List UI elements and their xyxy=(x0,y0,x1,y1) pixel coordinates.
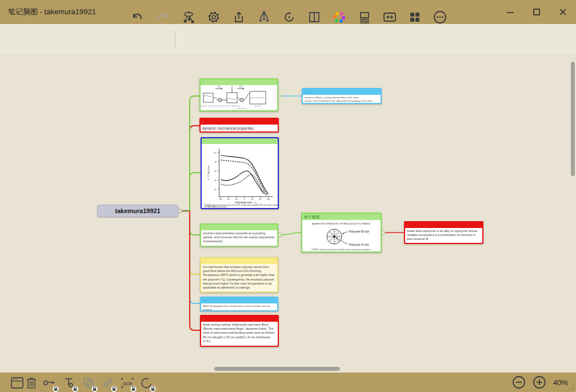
node-header: - xyxy=(201,258,277,264)
node-header: - xyxy=(202,138,278,144)
layers-icon xyxy=(357,10,372,25)
node-emulsion[interactable]: - emulsion polymerization proceeds as a … xyxy=(200,223,278,247)
window-title: 笔记脑图 - takemura19921 xyxy=(8,7,96,17)
lock-badge-icon xyxy=(72,386,78,392)
node-header: - xyxy=(201,316,278,322)
undo-icon xyxy=(130,10,145,25)
lock-badge-icon xyxy=(53,386,59,392)
reactor-arrow1-label: F1 xyxy=(218,86,220,88)
copy-lock-button[interactable] xyxy=(81,375,96,390)
dma-xtick-7: 120 xyxy=(267,198,270,201)
history-button[interactable] xyxy=(281,9,298,26)
palette-icon xyxy=(331,9,347,25)
node-header: ... xyxy=(303,89,381,95)
vertical-scrollbar-thumb[interactable] xyxy=(571,62,575,176)
particle-figure: ADHESIVE STRENGTH OF EMULSION POLYMERS P… xyxy=(302,220,381,251)
root-node-label: takemura19921 xyxy=(115,207,161,214)
dma-ytick-4: 10⁷ xyxy=(214,179,217,182)
ocr-lock-button[interactable]: OCR xyxy=(120,375,135,390)
node-reactor-diagram[interactable]: - F1 F2 xyxy=(199,78,278,111)
lock-badge-icon xyxy=(111,386,117,392)
trash-button[interactable] xyxy=(24,375,39,390)
reactor-label-5: REACTOR xyxy=(254,105,261,107)
node-particle-model[interactable]: 粒子模型 ADHESIVE STRENGTH OF EMULSION POLYM… xyxy=(301,213,382,253)
casting-line-2: mixture, the first between the adherends… xyxy=(305,99,379,103)
node-dma-chart[interactable]: - 10¹⁰ 10⁹ 10⁸ xyxy=(201,137,279,209)
node-tensile[interactable]: - (AGS-H) equipped with a temperature co… xyxy=(200,297,278,311)
add-node-icon xyxy=(181,9,197,25)
tensile-line-1: (AGS-H) equipped with a temperature cont… xyxy=(203,305,275,311)
more-icon xyxy=(432,9,448,25)
fit-width-button[interactable] xyxy=(381,9,398,26)
split-view-icon xyxy=(307,10,322,25)
close-button[interactable] xyxy=(550,0,576,24)
layers-button[interactable] xyxy=(356,9,373,26)
gear-icon xyxy=(206,9,222,25)
dma-ytick-1: 10¹⁰ xyxy=(214,152,217,154)
dma-xtick-6: 80 xyxy=(259,198,262,201)
grid-view-icon xyxy=(407,10,422,25)
node-text: tested as follows: casting solution film… xyxy=(303,95,381,104)
board-icon xyxy=(10,377,24,389)
minimize-button[interactable] xyxy=(497,0,523,24)
node-header: - xyxy=(201,298,277,303)
reactor-figure: F1 F2 PRE-EMUL. MONOMER 1 FEED PUMP PRE-… xyxy=(201,85,277,110)
palette-button[interactable] xyxy=(331,9,348,26)
maximize-button[interactable] xyxy=(523,0,550,24)
node-dynamic-properties[interactable]: - dynamic mechanical properties. xyxy=(199,118,279,133)
dma-xtick-2: -80 xyxy=(227,198,230,201)
node-header: - xyxy=(201,119,278,125)
link-lock-button[interactable] xyxy=(101,375,115,390)
node-mft[interactable]: - It is well known that emulsion polymer… xyxy=(200,257,278,293)
dma-xtick-1: -120 xyxy=(218,198,222,201)
selection-lock-button[interactable] xyxy=(139,375,154,390)
node-text: shear testing method. Adherends used wer… xyxy=(201,322,278,345)
node-header: - xyxy=(201,225,277,230)
node-header: 粒子模型 xyxy=(302,214,381,220)
maximize-icon xyxy=(533,8,541,16)
branch-layout-button[interactable] xyxy=(255,9,273,26)
redo-button[interactable] xyxy=(154,9,171,26)
connector-lock-button[interactable] xyxy=(62,375,77,390)
node-shear[interactable]: - shear testing method. Adherends used w… xyxy=(200,315,279,347)
settings-button[interactable] xyxy=(205,9,222,26)
fit-width-icon xyxy=(382,10,398,25)
dma-ytick-2: 10⁹ xyxy=(214,161,217,163)
node-text: emulsion polymerization proceeds as a gr… xyxy=(201,230,277,245)
grid-view-button[interactable] xyxy=(406,9,423,26)
root-node[interactable]: takemura19921 xyxy=(97,205,178,217)
mindmap-canvas[interactable]: takemura19921 - xyxy=(0,55,576,373)
node-casting[interactable]: ... tested as follows: casting solution … xyxy=(302,88,382,104)
trash-icon xyxy=(25,377,38,389)
dma-caption-2: for PBA/PMMA (50/50) system. xyxy=(205,206,227,208)
status-bar: OCR 40% xyxy=(0,373,576,392)
reactor-label-1: PRE-EMUL. MONOMER 1 xyxy=(201,105,217,107)
horizontal-scrollbar-thumb[interactable] xyxy=(214,367,340,371)
board-button[interactable] xyxy=(10,375,25,390)
drag-lock-button[interactable] xyxy=(42,375,57,390)
reactor-label-4: FEED PUMP xyxy=(238,107,246,109)
dma-ytick-3: 10⁸ xyxy=(214,170,217,173)
zoom-in-button[interactable] xyxy=(533,375,546,389)
zoom-out-button[interactable] xyxy=(512,375,526,389)
particle-label-b: Polymer B rich xyxy=(349,230,369,233)
split-view-button[interactable] xyxy=(306,9,323,26)
add-node-button[interactable] xyxy=(180,9,197,26)
node-text: dynamic mechanical properties. xyxy=(201,125,278,133)
minimize-icon xyxy=(506,8,514,16)
branch-layout-icon xyxy=(256,9,272,25)
dma-ytick-5: 10⁶ xyxy=(214,189,217,191)
zoom-level-label: 40% xyxy=(553,378,568,387)
export-button[interactable] xyxy=(230,9,247,26)
close-icon xyxy=(559,8,567,16)
node-power-feed[interactable]: - power feed copolymer is an alloy of co… xyxy=(404,221,483,244)
undo-button[interactable] xyxy=(129,9,146,26)
toolbar-separator xyxy=(175,31,175,48)
more-button[interactable] xyxy=(431,9,449,26)
reactor-arrow2-label: F2 xyxy=(239,86,242,88)
export-icon xyxy=(231,10,246,25)
app-window: 笔记脑图 - takemura19921 xyxy=(0,0,576,392)
resize-grip[interactable] xyxy=(568,384,575,391)
mindmap-edges xyxy=(0,55,576,373)
dma-ylabel: E′ , E″ (dyn/cm²) xyxy=(207,165,210,180)
